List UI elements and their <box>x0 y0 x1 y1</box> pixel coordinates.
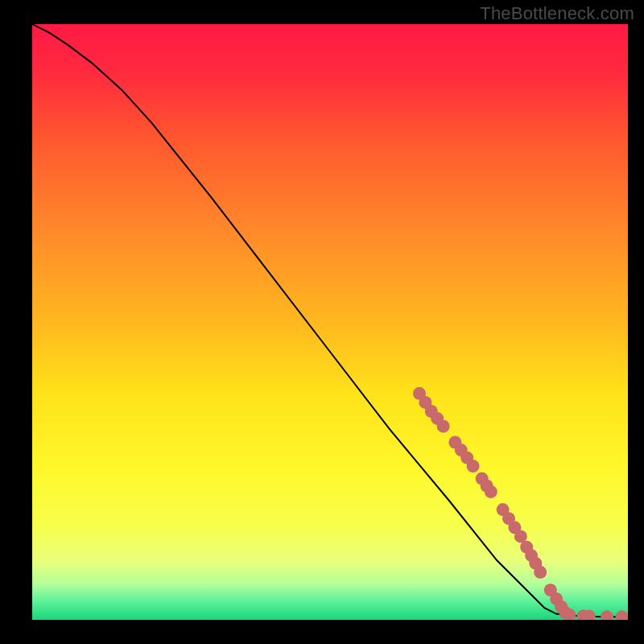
plot-area <box>32 24 628 620</box>
data-point <box>467 460 480 473</box>
data-point <box>437 420 450 433</box>
chart-container: TheBottleneck.com <box>0 0 644 644</box>
chart-svg <box>32 24 628 620</box>
gradient-background <box>32 24 628 620</box>
watermark-text: TheBottleneck.com <box>480 3 634 24</box>
data-point <box>485 485 497 498</box>
data-point <box>534 566 547 579</box>
